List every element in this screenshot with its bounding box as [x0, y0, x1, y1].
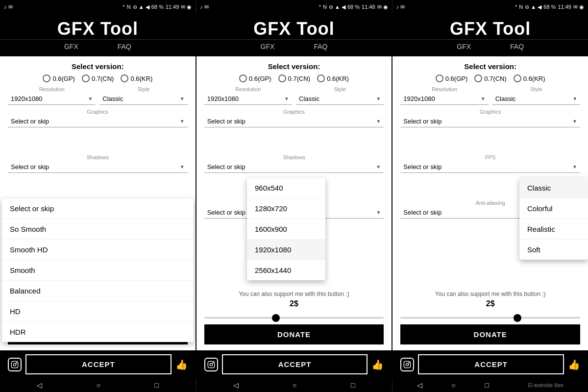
back-button-2[interactable]: ◁: [233, 381, 239, 389]
back-button-3[interactable]: ◁: [417, 381, 422, 389]
nav-faq-3[interactable]: FAQ: [510, 43, 524, 50]
version-cn-1[interactable]: 0.7(CN): [82, 74, 114, 82]
version-kr-2[interactable]: 0.6(KR): [317, 74, 349, 82]
form-group-resolution-2: Resolution 1920x1080 ▼: [204, 86, 292, 105]
home-button-1[interactable]: ○: [97, 381, 100, 389]
recent-button-3[interactable]: □: [485, 381, 489, 389]
carrier-2: N: [323, 4, 327, 10]
style-arrow-1: ▼: [180, 96, 185, 101]
slider-3[interactable]: [400, 311, 580, 324]
style-select-3[interactable]: Classic ▼: [492, 93, 580, 105]
form-row-res-style-2: Resolution 1920x1080 ▼ Style Classic ▼: [204, 86, 384, 105]
radio-kr-circle-3: [514, 74, 521, 82]
nav-faq-1[interactable]: FAQ: [118, 43, 131, 50]
resolution-select-2[interactable]: 1920x1080 ▼: [204, 93, 292, 105]
screen-1: GFX Tool GFX FAQ Select version: 0.6(GP)…: [0, 14, 196, 378]
style-select-1[interactable]: Classic ▼: [99, 93, 187, 105]
instagram-icon-3[interactable]: [400, 358, 414, 371]
version-cn-2[interactable]: 0.7(CN): [278, 74, 311, 82]
version-kr-3[interactable]: 0.6(KR): [514, 74, 545, 82]
resolution-label-2: Resolution: [204, 86, 292, 92]
svg-point-2: [16, 362, 17, 363]
accept-button-3[interactable]: ACCEPT: [418, 354, 564, 374]
slider-2[interactable]: [204, 311, 384, 324]
resolution-value-1: 1920x1080: [11, 95, 42, 102]
instagram-icon-1[interactable]: [8, 358, 22, 371]
resolution-arrow-2: ▼: [284, 96, 289, 101]
svg-point-4: [210, 363, 212, 366]
version-gp-1[interactable]: 0.6(GP): [43, 74, 75, 82]
style-value-1: Classic: [102, 95, 123, 102]
donate-button-2[interactable]: DONATE: [204, 324, 384, 344]
svg-rect-0: [11, 361, 18, 368]
version-gp-3[interactable]: 0.6(GP): [436, 74, 468, 82]
main-content-3: Select version: 0.6(GP) 0.7(CN) 0.6(KR) …: [392, 56, 588, 350]
graphics-select-1[interactable]: Select or skip ▼: [8, 116, 188, 127]
graphics-option-balanced-1[interactable]: Balanced: [2, 281, 194, 301]
graphics-label-1: Graphics: [8, 109, 188, 115]
radio-gp-circle-2: [239, 74, 247, 82]
resolution-select-3[interactable]: 1920x1080 ▼: [400, 93, 488, 105]
style-option-classic-3[interactable]: Classic: [519, 178, 588, 198]
resolution-value-3: 1920x1080: [403, 95, 435, 102]
carrier-1: N: [127, 4, 131, 10]
recent-button-2[interactable]: □: [351, 381, 355, 389]
instagram-icon-2[interactable]: [204, 358, 218, 371]
graphics-option-hd-1[interactable]: HD: [2, 301, 194, 322]
shadows-select-2[interactable]: Select or skip ▼: [204, 161, 384, 173]
thumbs-up-icon-2[interactable]: 👍: [371, 359, 384, 370]
res-option-540-2[interactable]: 960x540: [247, 178, 325, 198]
thumbs-up-icon-3[interactable]: 👍: [568, 359, 580, 370]
graphics-select-2[interactable]: Select or skip ▼: [204, 116, 384, 127]
res-option-900-2[interactable]: 1600x900: [247, 219, 325, 240]
radio-gp-circle-1: [43, 74, 50, 82]
version-cn-3[interactable]: 0.7(CN): [474, 74, 507, 82]
res-option-1080-2[interactable]: 1920x1080: [247, 240, 325, 260]
resolution-select-1[interactable]: 1920x1080 ▼: [8, 93, 96, 105]
res-option-720-2[interactable]: 1280x720: [247, 198, 325, 219]
graphics-select-3[interactable]: Select or skip ▼: [400, 116, 580, 127]
accept-button-1[interactable]: ACCEPT: [25, 354, 172, 374]
nav-faq-2[interactable]: FAQ: [314, 43, 327, 50]
shadows-value-2: Select or skip: [207, 163, 245, 171]
nav-gfx-3[interactable]: GFX: [457, 43, 471, 50]
screens-container: GFX Tool GFX FAQ Select version: 0.6(GP)…: [0, 14, 588, 378]
donate-button-3[interactable]: DONATE: [400, 324, 580, 344]
graphics-option-smooth-hd-1[interactable]: Smooth HD: [2, 240, 194, 260]
graphics-option-hdr-1[interactable]: HDR: [2, 322, 194, 342]
footer-text: El androide libre: [528, 383, 564, 388]
nav-gfx-2[interactable]: GFX: [261, 43, 275, 50]
radio-gp-circle-3: [436, 74, 443, 82]
status-bar-container: ♪ ✉ * N ⊖ ▲ ◀ 68 % 11:49 ✉ ◉ ♪ ✉ * N ⊖ ▲…: [0, 0, 588, 14]
graphics-value-2: Select or skip: [207, 118, 245, 125]
home-button-2[interactable]: ○: [293, 381, 296, 389]
graphics-option-so-smooth-1[interactable]: So Smooth: [2, 219, 194, 240]
version-gp-2[interactable]: 0.6(GP): [239, 74, 271, 82]
home-button-3[interactable]: ○: [451, 381, 455, 389]
donate-section-3: You can also support me with this button…: [400, 291, 580, 344]
slider-track-3: [400, 317, 580, 318]
shadows-select-1[interactable]: Select or skip ▼: [8, 161, 188, 173]
accept-button-2[interactable]: ACCEPT: [222, 354, 368, 374]
form-group-resolution-3: Resolution 1920x1080 ▼: [400, 86, 488, 105]
nav-gfx-1[interactable]: GFX: [64, 43, 78, 50]
style-option-colorful-3[interactable]: Colorful: [519, 198, 588, 219]
res-option-1440-2[interactable]: 2560x1440: [247, 260, 325, 280]
style-option-realistic-3[interactable]: Realistic: [519, 219, 588, 240]
graphics-arrow-2: ▼: [376, 119, 381, 124]
fps-select-3[interactable]: Select or skip ▼: [400, 161, 580, 173]
svg-point-1: [13, 363, 16, 366]
thumbs-up-icon-1[interactable]: 👍: [175, 359, 188, 370]
version-kr-1[interactable]: 0.6(KR): [121, 74, 152, 82]
style-option-soft-3[interactable]: Soft: [519, 240, 588, 260]
style-label-3: Style: [492, 86, 580, 92]
graphics-option-smooth-1[interactable]: Smooth: [2, 260, 194, 281]
graphics-option-select-skip-1[interactable]: Select or skip: [2, 198, 194, 219]
graphics-label-2: Graphics: [204, 109, 384, 115]
style-select-2[interactable]: Classic ▼: [296, 93, 384, 105]
nav-bar-section-3: ◁ ○ □ El androide libre: [392, 378, 588, 392]
signal-2: ⊖ ▲ ◀: [329, 4, 345, 10]
recent-button-1[interactable]: □: [155, 381, 159, 389]
back-button-1[interactable]: ◁: [37, 381, 42, 389]
svg-rect-3: [208, 361, 214, 368]
